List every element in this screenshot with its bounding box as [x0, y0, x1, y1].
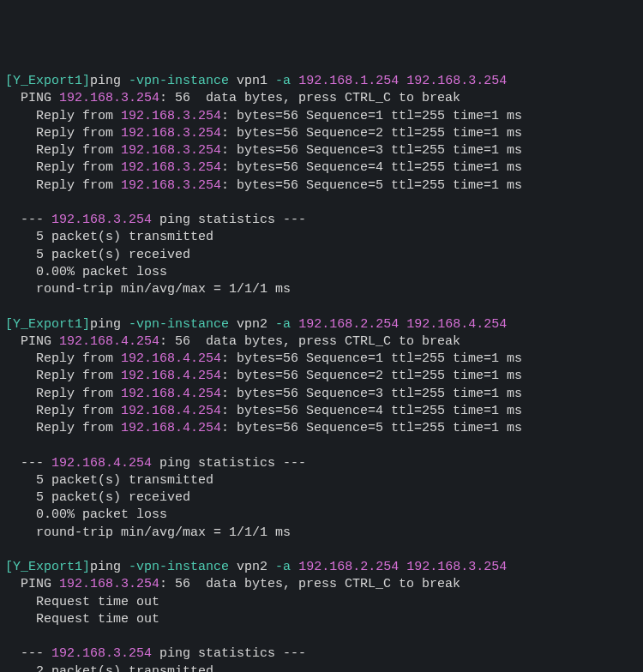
terminal-line: Reply from 192.168.3.254: bytes=56 Seque…: [5, 125, 638, 142]
stats-dashes: ---: [5, 213, 51, 227]
terminal-line: 0.00% packet loss: [5, 264, 638, 281]
source-ip: 192.168.2.254: [298, 560, 399, 574]
terminal-line: --- 192.168.3.254 ping statistics ---: [5, 645, 638, 663]
ping-label: PING: [5, 91, 59, 105]
reply-prefix: Reply from: [5, 178, 121, 193]
terminal-line: Reply from 192.168.3.254: bytes=56 Seque…: [5, 159, 638, 177]
flag-source: -a: [275, 74, 291, 88]
ping-target-ip: 192.168.3.254: [59, 91, 159, 105]
timeout-line: Request time out: [5, 612, 159, 627]
terminal-line: Reply from 192.168.4.254: bytes=56 Seque…: [5, 368, 638, 385]
terminal-line: --- 192.168.3.254 ping statistics ---: [5, 212, 638, 229]
terminal-line: Reply from 192.168.3.254: bytes=56 Seque…: [5, 142, 638, 159]
terminal-line: [5, 542, 638, 559]
ping-label: PING: [5, 334, 59, 349]
reply-ip: 192.168.3.254: [121, 143, 221, 158]
stats-line: 0.00% packet loss: [5, 507, 167, 522]
reply-prefix: Reply from: [5, 387, 121, 401]
terminal-line: [Y_Export1]ping -vpn-instance vpn2 -a 19…: [5, 559, 638, 576]
reply-ip: 192.168.3.254: [121, 178, 221, 193]
terminal-output: [Y_Export1]ping -vpn-instance vpn1 -a 19…: [5, 73, 638, 672]
ping-header-text: : 56 data bytes, press CTRL_C to break: [159, 91, 460, 105]
reply-detail: : bytes=56 Sequence=2 ttl=255 time=1 ms: [221, 369, 522, 383]
stats-line: 5 packet(s) transmitted: [5, 473, 213, 488]
command-name: ping: [90, 560, 129, 574]
reply-prefix: Reply from: [5, 404, 121, 418]
stats-label: ping statistics ---: [152, 646, 306, 661]
dest-ip: 192.168.4.254: [406, 317, 507, 332]
vpn-name: vpn1: [229, 74, 275, 88]
reply-ip: 192.168.4.254: [121, 421, 221, 435]
stats-line: 5 packet(s) transmitted: [5, 230, 213, 244]
reply-prefix: Reply from: [5, 126, 121, 141]
reply-ip: 192.168.4.254: [121, 351, 221, 366]
terminal-line: PING 192.168.3.254: 56 data bytes, press…: [5, 90, 638, 107]
prompt: [Y_Export1]: [5, 317, 90, 332]
terminal-line: Reply from 192.168.3.254: bytes=56 Seque…: [5, 108, 638, 125]
dest-ip: 192.168.3.254: [406, 560, 507, 574]
reply-ip: 192.168.4.254: [121, 369, 221, 383]
source-ip: 192.168.2.254: [298, 317, 399, 332]
terminal-line: [5, 298, 638, 315]
reply-ip: 192.168.3.254: [121, 160, 221, 175]
reply-detail: : bytes=56 Sequence=5 ttl=255 time=1 ms: [221, 178, 522, 193]
prompt: [Y_Export1]: [5, 74, 90, 88]
ping-header-text: : 56 data bytes, press CTRL_C to break: [159, 334, 460, 349]
flag-source: -a: [275, 560, 291, 574]
terminal-line: Reply from 192.168.3.254: bytes=56 Seque…: [5, 177, 638, 195]
source-ip: 192.168.1.254: [298, 74, 399, 88]
terminal-line: Request time out: [5, 611, 638, 628]
terminal-line: Reply from 192.168.4.254: bytes=56 Seque…: [5, 351, 638, 368]
stats-line: 0.00% packet loss: [5, 265, 167, 279]
terminal-line: 5 packet(s) transmitted: [5, 472, 638, 489]
reply-detail: : bytes=56 Sequence=4 ttl=255 time=1 ms: [221, 160, 522, 175]
dest-ip: 192.168.3.254: [406, 74, 507, 88]
stats-ip: 192.168.3.254: [51, 646, 152, 661]
stats-ip: 192.168.4.254: [51, 456, 152, 471]
terminal-line: [5, 195, 638, 212]
terminal-line: 5 packet(s) received: [5, 489, 638, 507]
terminal-line: Reply from 192.168.4.254: bytes=56 Seque…: [5, 403, 638, 420]
flag-vpn-instance: -vpn-instance: [129, 560, 229, 574]
reply-detail: : bytes=56 Sequence=3 ttl=255 time=1 ms: [221, 143, 522, 158]
reply-detail: : bytes=56 Sequence=1 ttl=255 time=1 ms: [221, 109, 522, 123]
reply-detail: : bytes=56 Sequence=2 ttl=255 time=1 ms: [221, 126, 522, 141]
terminal-line: [Y_Export1]ping -vpn-instance vpn1 -a 19…: [5, 73, 638, 90]
ping-target-ip: 192.168.4.254: [59, 334, 159, 349]
prompt: [Y_Export1]: [5, 560, 90, 574]
stats-line: 5 packet(s) received: [5, 248, 190, 262]
terminal-line: round-trip min/avg/max = 1/1/1 ms: [5, 281, 638, 298]
terminal-line: Reply from 192.168.4.254: bytes=56 Seque…: [5, 420, 638, 437]
stats-dashes: ---: [5, 646, 51, 661]
reply-prefix: Reply from: [5, 369, 121, 383]
stats-line: round-trip min/avg/max = 1/1/1 ms: [5, 525, 291, 540]
reply-prefix: Reply from: [5, 109, 121, 123]
reply-ip: 192.168.4.254: [121, 404, 221, 418]
terminal-line: 5 packet(s) transmitted: [5, 229, 638, 246]
stats-line: 5 packet(s) received: [5, 490, 190, 505]
terminal-line: --- 192.168.4.254 ping statistics ---: [5, 455, 638, 472]
flag-vpn-instance: -vpn-instance: [129, 317, 229, 332]
terminal-line: 2 packet(s) transmitted: [5, 663, 638, 673]
command-name: ping: [90, 317, 129, 332]
ping-header-text: : 56 data bytes, press CTRL_C to break: [159, 577, 460, 591]
reply-prefix: Reply from: [5, 421, 121, 435]
stats-ip: 192.168.3.254: [51, 213, 152, 227]
terminal-line: 5 packet(s) received: [5, 247, 638, 264]
terminal-line: PING 192.168.3.254: 56 data bytes, press…: [5, 576, 638, 593]
terminal-line: Reply from 192.168.4.254: bytes=56 Seque…: [5, 386, 638, 403]
stats-line: 2 packet(s) transmitted: [5, 664, 213, 673]
reply-prefix: Reply from: [5, 143, 121, 158]
reply-ip: 192.168.3.254: [121, 126, 221, 141]
reply-detail: : bytes=56 Sequence=1 ttl=255 time=1 ms: [221, 351, 522, 366]
terminal-line: [5, 628, 638, 645]
vpn-name: vpn2: [229, 317, 275, 332]
ping-label: PING: [5, 577, 59, 591]
flag-source: -a: [275, 317, 291, 332]
stats-label: ping statistics ---: [152, 213, 306, 227]
stats-dashes: ---: [5, 456, 51, 471]
terminal-line: round-trip min/avg/max = 1/1/1 ms: [5, 525, 638, 542]
terminal-line: Request time out: [5, 594, 638, 611]
reply-detail: : bytes=56 Sequence=3 ttl=255 time=1 ms: [221, 387, 522, 401]
terminal-line: 0.00% packet loss: [5, 507, 638, 524]
